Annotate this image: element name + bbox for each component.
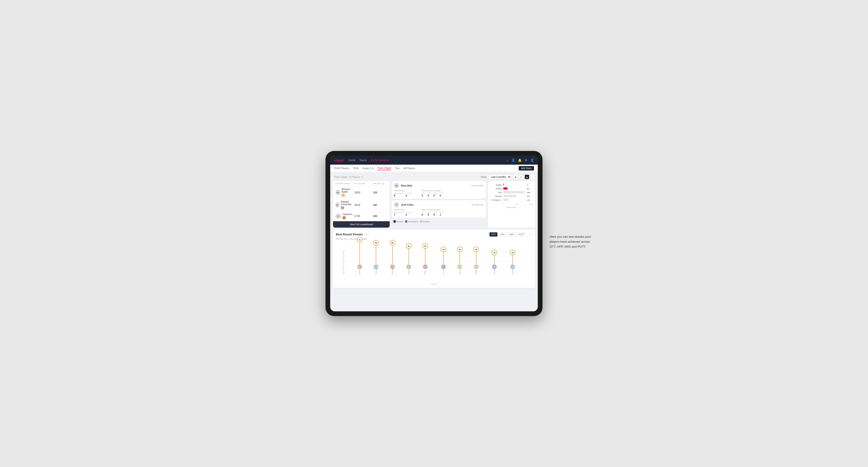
player-avatar-1: RB	[335, 190, 340, 195]
player-avatar-3: CA	[335, 214, 341, 219]
total-rounds-group-2: Total Rounds Tournament 7 Practice	[394, 209, 412, 216]
filter-putt[interactable]: PUTT	[517, 232, 526, 237]
bogeys-label: Bogeys	[490, 195, 502, 197]
grid-view-btn[interactable]: ■	[513, 175, 518, 179]
card-date-1: 02 Sep 2023	[471, 184, 484, 187]
filter-arg[interactable]: ARG	[507, 232, 516, 237]
practice-val-2: 2	[406, 214, 412, 216]
y-axis-container: Best Streak, Fairway Accuracy	[336, 242, 350, 282]
streak-col-billingham: 6x DB D. Billingham	[390, 246, 395, 275]
birdies-val: 96	[527, 188, 533, 190]
practice-activities-label-2: Total Practice Activities	[422, 209, 444, 211]
putt-label-2: PUTT	[440, 211, 444, 214]
chart-title: Total Shots	[490, 206, 533, 209]
avatar-nav[interactable]: 👤	[530, 158, 534, 162]
streak-col-ebert: 7x EE E. Ebert	[357, 243, 362, 275]
leaderboard-header: PLAYER NAME PB SCORE PB AVG SQ	[333, 181, 390, 186]
dbogeys-label: D. Bogeys +	[490, 199, 502, 201]
total-rounds-label-2: Total Rounds	[394, 209, 412, 211]
sub-nav: PGAT Players PGA Hcaps 1-5 Team Clippd T…	[330, 165, 538, 172]
best-round-streaks-section: Best Round Streaks ← OTT APP ARG PUTT ← …	[333, 229, 535, 288]
bell-icon[interactable]: 🔔	[518, 158, 522, 162]
filter-ott[interactable]: OTT	[489, 232, 497, 237]
practice-activities-group: Total Practice Activities OTT 0 APP	[422, 190, 444, 197]
practice-activities-group-2: Total Practice Activities OTT 0 APP	[422, 209, 444, 216]
tablet-frame: clippd Home Teams My Performance ⌕ 👤 🔔 ⚙…	[326, 151, 542, 316]
chart-view-btn[interactable]: ▲	[525, 175, 529, 179]
nav-home[interactable]: Home	[348, 159, 355, 161]
player-row[interactable]: EC Edward Crossman 2 18/20 107	[333, 199, 390, 211]
tablet-screen: clippd Home Teams My Performance ⌕ 👤 🔔 ⚙…	[330, 156, 538, 311]
view-icons: ■ ≡ ▲ ⋮	[513, 175, 535, 179]
annotation-container: Here you can see streaks your players ha…	[550, 235, 597, 249]
team-header-controls: Show Last 3 months ■ ≡ ▲ ⋮	[481, 175, 535, 179]
birdies-label: Birdies	[490, 187, 502, 190]
search-icon[interactable]: ⌕	[507, 158, 508, 162]
y-axis-label: Best Streak, Fairway Accuracy	[342, 250, 344, 274]
card-stats-2: Total Rounds Tournament 7 Practice	[394, 209, 484, 216]
subnav-tour[interactable]: Tour	[395, 167, 400, 170]
arg-label-2: ARG	[434, 211, 437, 214]
streak-col-ford: 4x DF D. Ford	[457, 252, 462, 275]
streaks-header: Best Round Streaks ← OTT APP ARG PUTT ←	[336, 232, 532, 237]
bogeys-val: 311	[527, 195, 533, 197]
player-cards-column: RB Rees Britt 02 Sep 2023 Total Rounds T…	[392, 181, 486, 228]
player-card-josh-coles: JC Josh Coles 26 Aug 2023 Total Rounds T…	[392, 200, 486, 218]
rounds-legend-rounds: Rounds	[397, 220, 403, 223]
list-view-btn[interactable]: ≡	[519, 175, 524, 179]
arg-val-2: 0	[434, 214, 437, 216]
dbogeys-val: 131	[527, 199, 533, 201]
putt-label: PUTT	[440, 192, 444, 194]
pars-val: 499	[527, 191, 533, 194]
subnav-hcaps[interactable]: Hcaps 1-5	[362, 167, 374, 170]
tournament-label-1: Tournament	[394, 192, 403, 194]
add-team-button[interactable]: Add Team	[519, 166, 534, 170]
streaks-filters: OTT APP ARG PUTT ←	[489, 232, 532, 237]
chart-row-eagles: Eagles 3	[490, 184, 533, 186]
subnav-pgat[interactable]: PGAT Players	[334, 167, 349, 170]
player-info: RB Richard Butler 1	[335, 188, 354, 197]
putt-val-1: 0	[440, 194, 444, 197]
team-name-label: Team Clippd 14 Players	[333, 176, 360, 178]
card-header: RB Rees Britt 02 Sep 2023	[394, 183, 484, 188]
player-row[interactable]: CA Cameron... 3 17/20 103	[333, 211, 390, 221]
edit-icon[interactable]: ✎	[361, 176, 363, 178]
player-avatar-2: EC	[335, 202, 339, 208]
practice-label-2: Practice	[406, 211, 412, 214]
subnav-all-players[interactable]: All Players	[403, 167, 415, 170]
practice-activities-label-1: Total Practice Activities	[422, 190, 444, 192]
eagles-label: Eagles	[490, 184, 502, 186]
app-label-2: APP	[428, 211, 431, 214]
view-full-leaderboard-button[interactable]: View Full Leaderboard	[333, 221, 390, 228]
subnav-pga[interactable]: PGA	[353, 167, 359, 170]
nav-bar: clippd Home Teams My Performance ⌕ 👤 🔔 ⚙…	[330, 156, 538, 165]
rank-badge-1: 1	[342, 194, 345, 197]
streaks-arrow-icon: ←	[365, 232, 368, 236]
streak-col-crossman: 4x EC E. Crossman	[441, 252, 446, 275]
card-avatar-2: JC	[394, 202, 399, 207]
nav-teams[interactable]: Teams	[359, 159, 367, 161]
show-period-select[interactable]: Last 3 months	[489, 175, 512, 179]
card-name-1: Rees Britt	[401, 184, 412, 187]
ott-val-2: 0	[422, 214, 425, 216]
nav-my-performance[interactable]: My Performance	[371, 159, 390, 161]
chart-x-axis: 0 200 400	[490, 203, 533, 206]
user-icon[interactable]: 👤	[512, 158, 515, 162]
arg-label: ARG	[434, 192, 437, 194]
nav-links: Home Teams My Performance	[348, 159, 502, 161]
card-avatar-1: RB	[394, 183, 399, 188]
putt-val-2: 1	[440, 214, 444, 216]
streak-col-butler: 3x RBu R. Butler	[492, 255, 497, 275]
table-view-btn[interactable]: ⋮	[530, 175, 535, 179]
subnav-team-clippd[interactable]: Team Clippd	[377, 166, 391, 170]
total-rounds-label: Total Rounds	[394, 190, 412, 192]
settings-icon[interactable]: ⚙	[525, 158, 527, 162]
filter-app[interactable]: APP	[498, 232, 506, 237]
tournament-val-2: 7	[394, 214, 403, 216]
shot-distribution-chart: Eagles 3 Birdies	[488, 181, 535, 228]
practice-label-1: Practice	[406, 192, 412, 194]
pars-label: Pars	[490, 191, 502, 194]
player-score-2: 18/20	[354, 204, 373, 206]
chart-row-birdies: Birdies 96	[490, 187, 533, 190]
player-row[interactable]: RB Richard Butler 1 19/20 110	[333, 186, 390, 199]
